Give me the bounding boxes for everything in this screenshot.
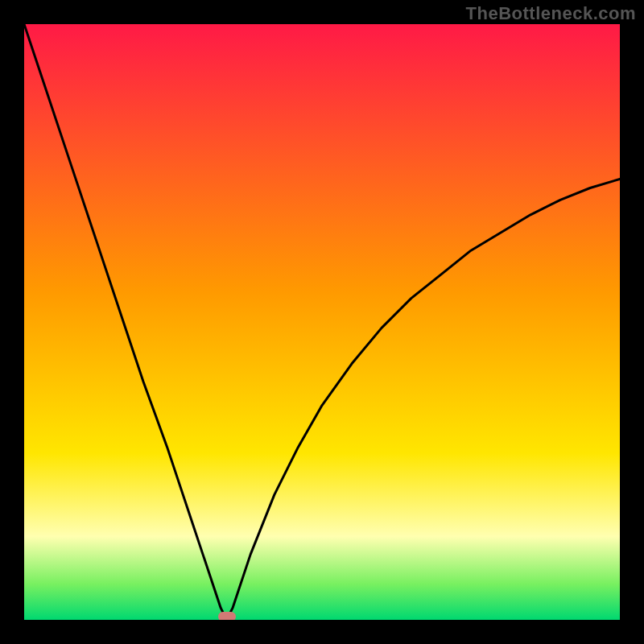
plot-area	[24, 24, 620, 620]
watermark-text: TheBottleneck.com	[466, 3, 636, 24]
bottleneck-curve-line	[24, 24, 620, 620]
minimum-marker	[218, 612, 236, 620]
chart-frame: TheBottleneck.com	[0, 0, 644, 644]
